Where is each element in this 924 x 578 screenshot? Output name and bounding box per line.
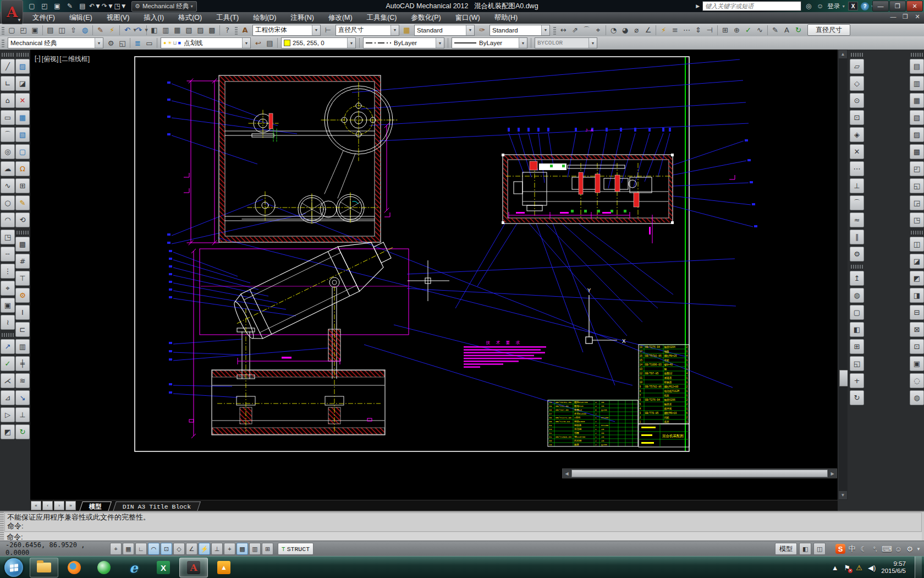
chevron-down-icon[interactable]: ▼ [519, 38, 527, 48]
menu-o[interactable]: 格式(O) [171, 12, 209, 24]
chevron-down-icon[interactable]: ▼ [466, 25, 474, 35]
polar-toggle[interactable]: ◠ [148, 543, 160, 555]
open-icon[interactable]: ◰ [39, 1, 50, 11]
signin-chevron-icon[interactable]: ▼ [842, 4, 845, 8]
quick-properties-toggle[interactable]: ⊞ [262, 543, 273, 555]
dim-update-icon[interactable]: ↻ [793, 25, 804, 36]
spline-icon[interactable]: ∿ [1, 178, 15, 193]
redo-icon[interactable]: ↷▼ [133, 25, 145, 36]
search-binoculars-icon[interactable]: ◎ [804, 2, 813, 10]
detail-icon[interactable]: ↘ [15, 390, 30, 405]
gradient-icon[interactable]: ◪ [15, 76, 30, 91]
leader-icon[interactable]: ↗ [1, 339, 15, 354]
taskbar-explorer[interactable] [30, 558, 58, 577]
draw-order-front-icon[interactable]: ◫ [910, 237, 924, 252]
inquiry-region-icon[interactable]: ⊡ [910, 339, 924, 354]
toolbar-grip[interactable] [553, 26, 556, 35]
view-port-4-icon[interactable]: ◳ [910, 212, 924, 227]
table-style-combo[interactable]: Standard▼ [414, 25, 475, 36]
toolbar-grip[interactable] [2, 53, 14, 57]
toolbar-grip[interactable] [16, 231, 29, 235]
toolbar-grip[interactable] [2, 39, 4, 47]
taper-icon[interactable]: ⊿ [1, 390, 15, 405]
steel-shapes-icon[interactable]: I [15, 305, 30, 320]
snap-midpoint-icon[interactable]: ◇ [850, 76, 864, 91]
jogged-linear-icon[interactable]: ∿ [754, 25, 766, 36]
toolbar-grip[interactable] [2, 26, 4, 35]
taskbar-excel[interactable]: X [150, 558, 177, 577]
workspace-switcher[interactable]: ⚙ Mechanical 经典 ▼ [131, 1, 197, 12]
viewport-visual-style-control[interactable]: [二维线框] [59, 54, 90, 64]
chevron-down-icon[interactable]: ▼ [391, 25, 399, 35]
layer-combo[interactable]: ●☀⊔■ 点划线 ▼ [161, 37, 251, 48]
text-style-combo[interactable]: 工程仿宋体▼ [252, 25, 321, 36]
ime-fullhalf-icon[interactable]: ☾ [859, 545, 868, 553]
undo-icon[interactable]: ↶▼ [90, 1, 101, 11]
ime-keyboard-icon[interactable]: ⌨ [882, 545, 892, 553]
dim-baseline-icon[interactable]: ≡ [669, 25, 681, 36]
signin-link[interactable]: 登录 [827, 2, 840, 10]
arc-icon[interactable]: ⌒ [1, 127, 15, 142]
dim-jogged-icon[interactable]: ◕ [619, 25, 631, 36]
help-icon[interactable]: ? [861, 2, 869, 10]
shaft-generator-icon[interactable]: ⊏ [15, 322, 30, 337]
layer-states-icon[interactable]: ▤ [264, 37, 276, 48]
qnew-icon[interactable]: ▢ [6, 25, 18, 36]
toolbar-grip[interactable] [911, 231, 923, 235]
start-button[interactable] [4, 558, 23, 577]
viewport-view-control[interactable]: [俯视] [42, 54, 59, 64]
transparency-toggle[interactable]: ▥ [249, 543, 261, 555]
otrack-toggle[interactable]: ⚡ [199, 543, 210, 555]
circle-icon[interactable]: ◎ [1, 144, 15, 159]
workspace-combo[interactable]: Mechanical 经典▼ [8, 37, 103, 48]
tolerance-icon[interactable]: ⊞ [719, 25, 731, 36]
section-icon[interactable]: ◩ [1, 424, 15, 439]
workspace-save-icon[interactable]: ◱ [117, 37, 128, 48]
ortho-toggle[interactable]: ∟ [135, 543, 147, 555]
draw-order-back-icon[interactable]: ◪ [910, 254, 924, 269]
scroll-up-icon[interactable]: ▲ [839, 50, 847, 58]
menu-t[interactable]: 工具(T) [209, 12, 246, 24]
lineweight-combo[interactable]: ByLayer▼ [452, 37, 527, 48]
list-icon[interactable]: ▣ [910, 356, 924, 371]
properties-icon[interactable]: ▥ [160, 25, 172, 36]
menu-f[interactable]: 文件(F) [25, 12, 62, 24]
snap-nearest-icon[interactable]: ≈ [850, 212, 864, 227]
toolbar-grip[interactable] [911, 53, 923, 57]
mech-layer-group-icon[interactable]: ▭ [144, 37, 155, 48]
open-icon[interactable]: ◰ [18, 25, 29, 36]
color-combo[interactable]: 255, 255, 0▼ [281, 37, 356, 48]
snap-perpendicular-icon[interactable]: ⊥ [850, 178, 864, 193]
toolbar-grip[interactable] [16, 53, 29, 57]
power-copy-icon[interactable]: ▧ [15, 127, 30, 142]
menu-i[interactable]: 插入(I) [136, 12, 171, 24]
menu-v[interactable]: 视图(V) [100, 12, 137, 24]
stretch-icon[interactable]: ▢ [15, 144, 30, 159]
taskbar-autocad[interactable]: A [179, 558, 208, 577]
infocenter-collapse-icon[interactable]: ▶ [696, 3, 700, 9]
point-icon[interactable]: ⌖ [1, 281, 15, 296]
horizontal-scroll-thumb[interactable] [571, 470, 828, 477]
surface-check-icon[interactable]: ✓ [1, 356, 15, 371]
chevron-down-icon[interactable]: ▼ [95, 38, 103, 48]
rectangle-icon[interactable]: ▭ [1, 110, 15, 125]
snap-node-icon[interactable]: ⊡ [850, 110, 864, 125]
match-properties-icon[interactable]: ✎ [95, 25, 106, 36]
quick-dim-icon[interactable]: ⚡ [658, 25, 669, 36]
copy-icon[interactable]: ⊞ [15, 178, 30, 193]
dim-space-icon[interactable]: ⇕ [692, 25, 704, 36]
associativity-update-icon[interactable]: ↻ [15, 424, 30, 439]
workspace-settings-icon[interactable]: ⚙ [105, 37, 117, 48]
exchange-apps-icon[interactable]: X [848, 2, 858, 10]
dim-break-icon[interactable]: ⊣ [704, 25, 716, 36]
ime-account-icon[interactable]: ☺ [893, 545, 903, 553]
hatch-icon[interactable]: ▨ [15, 59, 30, 74]
power-snap-icon[interactable]: Ω [15, 161, 30, 176]
chevron-down-icon[interactable]: ▼ [436, 38, 444, 48]
horizontal-scrollbar[interactable]: ◀ ▶ [562, 468, 837, 478]
dim-style-combo[interactable]: 直径尺寸▼ [336, 25, 399, 36]
ucs-world-icon[interactable]: ◍ [850, 288, 864, 303]
text-style-icon[interactable]: A [239, 25, 251, 36]
layout-tool-4-icon[interactable]: ▧ [910, 110, 924, 125]
polyline-icon[interactable]: ∟ [1, 76, 15, 91]
